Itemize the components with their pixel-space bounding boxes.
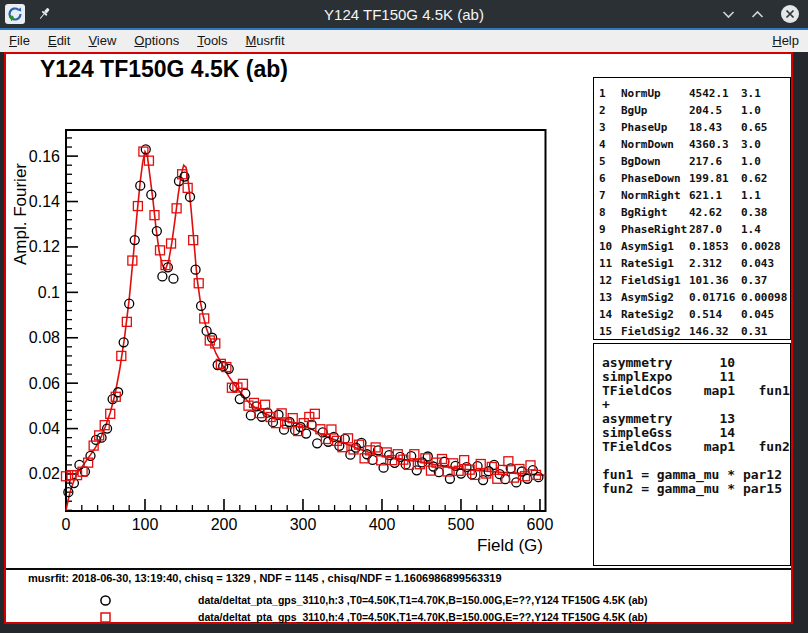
parameter-row: 5BgDown217.61.0: [599, 153, 790, 170]
parameter-row: 12FieldSig1101.360.37: [599, 272, 790, 289]
legend-row-h3: data/deltat_pta_gps_3110,h:3 ,T0=4.50K,T…: [6, 593, 791, 608]
parameter-row: 2BgUp204.51.0: [599, 102, 790, 119]
root-canvas[interactable]: Y124 TF150G 4.5K (ab) 010020030040050060…: [4, 52, 793, 624]
menu-options[interactable]: Options: [125, 30, 188, 52]
y-axis-ticks: [66, 138, 78, 510]
theory-text: asymmetry 10 simplExpo 11 TFieldCos map1…: [602, 356, 790, 496]
legend-circle-marker-icon: [98, 593, 113, 608]
menu-file[interactable]: File: [0, 30, 39, 52]
parameter-row: 1NormUp4542.13.1: [599, 85, 790, 102]
legend-square-marker-icon: [98, 610, 113, 625]
maximize-button[interactable]: [751, 10, 764, 19]
parameter-row: 15FieldSig2146.320.31: [599, 323, 790, 340]
data-points-squares: [62, 147, 541, 483]
close-button[interactable]: [780, 4, 800, 24]
minimize-button[interactable]: [722, 10, 735, 19]
fit-info-line: musrfit: 2018-06-30, 13:19:40, chisq = 1…: [28, 572, 502, 584]
parameter-row: 10AsymSig10.18530.0028: [599, 238, 790, 255]
legend-label-h3: data/deltat_pta_gps_3110,h:3 ,T0=4.50K,T…: [198, 594, 647, 606]
legend-row-h4: data/deltat_pta_gps_3110,h:4 ,T0=4.50K,T…: [6, 610, 791, 625]
application-window: Y124 TF150G 4.5K (ab) File Edit View Opt…: [0, 0, 808, 633]
menu-view[interactable]: View: [79, 30, 125, 52]
svg-text:100: 100: [132, 516, 159, 533]
svg-text:500: 500: [448, 516, 475, 533]
legend-label-h4: data/deltat_pta_gps_3110,h:4 ,T0=4.50K,T…: [198, 611, 647, 623]
svg-text:400: 400: [369, 516, 396, 533]
titlebar[interactable]: Y124 TF150G 4.5K (ab): [0, 0, 808, 28]
svg-text:0.1: 0.1: [38, 284, 60, 301]
svg-text:0.14: 0.14: [29, 193, 60, 210]
parameter-row: 13AsymSig20.017160.00098: [599, 289, 790, 306]
svg-text:0.02: 0.02: [29, 465, 60, 482]
parameter-row: 6PhaseDown199.810.62: [599, 170, 790, 187]
svg-text:Ampl. Fourier: Ampl. Fourier: [11, 163, 30, 265]
svg-text:Field (G): Field (G): [477, 536, 543, 555]
axis-tick-labels: 01002003004005006000.020.040.060.080.10.…: [29, 148, 554, 533]
parameter-row: 14RateSig20.5140.045: [599, 306, 790, 323]
parameter-row: 4NormDown4360.33.0: [599, 136, 790, 153]
menu-tools[interactable]: Tools: [188, 30, 236, 52]
parameter-table: 1NormUp4542.13.12BgUp204.51.03PhaseUp18.…: [594, 78, 790, 340]
plot-area[interactable]: 01002003004005006000.020.040.060.080.10.…: [6, 54, 595, 568]
parameter-row: 9PhaseRight287.01.4: [599, 221, 790, 238]
menu-edit[interactable]: Edit: [39, 30, 79, 52]
pad-separator: [6, 568, 791, 570]
window-title: Y124 TF150G 4.5K (ab): [0, 6, 808, 23]
data-points-circles: [64, 145, 543, 497]
parameter-row: 8BgRight42.620.38: [599, 204, 790, 221]
parameter-box[interactable]: 1NormUp4542.13.12BgUp204.51.03PhaseUp18.…: [593, 77, 791, 340]
svg-text:600: 600: [527, 516, 554, 533]
pin-icon[interactable]: [37, 6, 51, 22]
plot-frame: [66, 130, 546, 511]
svg-text:0.04: 0.04: [29, 420, 60, 437]
svg-text:0.06: 0.06: [29, 375, 60, 392]
parameter-row: 7NormRight621.11.1: [599, 187, 790, 204]
svg-text:0.08: 0.08: [29, 329, 60, 346]
menu-musrfit[interactable]: Musrfit: [237, 30, 294, 52]
menubar: File Edit View Options Tools Musrfit Hel…: [0, 30, 808, 52]
svg-text:200: 200: [211, 516, 238, 533]
menu-help[interactable]: Help: [763, 30, 808, 52]
parameter-row: 11RateSig12.3120.043: [599, 255, 790, 272]
svg-text:0.16: 0.16: [29, 148, 60, 165]
root-app-icon: [5, 4, 25, 24]
parameter-row: 3PhaseUp18.430.65: [599, 119, 790, 136]
x-axis-ticks: [66, 499, 540, 511]
fit-curve: [66, 152, 546, 511]
svg-text:0.12: 0.12: [29, 238, 60, 255]
axis-titles: Field (G)Ampl. Fourier: [11, 163, 543, 555]
theory-box[interactable]: asymmetry 10 simplExpo 11 TFieldCos map1…: [593, 343, 791, 566]
svg-text:300: 300: [290, 516, 317, 533]
svg-text:0: 0: [62, 516, 71, 533]
